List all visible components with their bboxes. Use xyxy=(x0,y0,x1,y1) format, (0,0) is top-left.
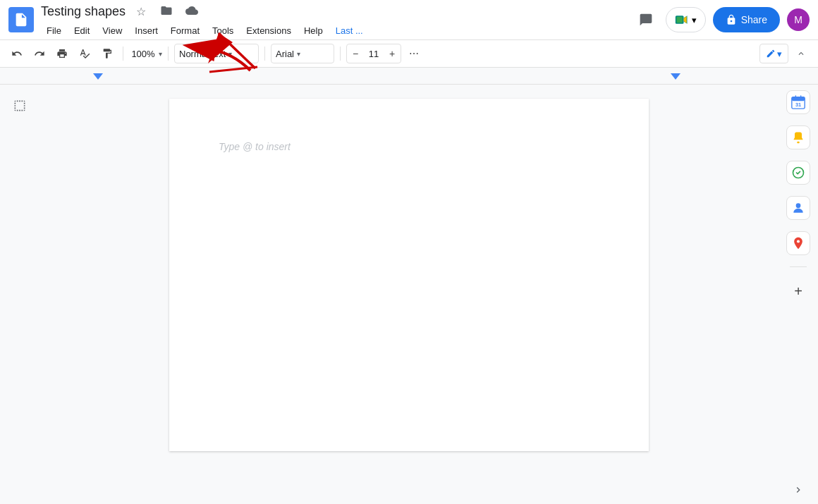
meet-chevron: ▾ xyxy=(692,15,697,25)
paintformat-icon xyxy=(102,48,113,59)
right-sidebar: 31 xyxy=(779,85,818,504)
sidebar-expand-button[interactable] xyxy=(790,481,807,498)
spellcheck-icon xyxy=(79,48,90,59)
collapse-toolbar-button[interactable] xyxy=(791,44,811,63)
print-button[interactable] xyxy=(52,44,72,63)
svg-point-12 xyxy=(796,203,801,208)
svg-rect-6 xyxy=(792,97,805,102)
user-avatar[interactable]: M xyxy=(787,8,810,31)
edit-icon xyxy=(766,49,776,59)
maps-icon xyxy=(791,236,805,250)
svg-rect-0 xyxy=(18,20,24,20)
folder-icon xyxy=(160,4,173,19)
font-selector[interactable]: Arial ▾ xyxy=(271,44,334,63)
font-size-decrease-button[interactable]: − xyxy=(347,44,364,63)
document-page[interactable]: Type @ to insert xyxy=(169,99,649,451)
outline-icon xyxy=(13,99,27,113)
contacts-sidebar-button[interactable] xyxy=(786,196,810,220)
more-options-button[interactable]: ⋯ xyxy=(404,44,424,63)
style-chevron: ▾ xyxy=(228,50,232,58)
keep-sidebar-button[interactable] xyxy=(786,125,810,149)
svg-rect-10 xyxy=(797,142,799,144)
calendar-sidebar-button[interactable]: 31 xyxy=(786,90,810,114)
svg-point-13 xyxy=(797,240,800,242)
menu-bar: File Edit View Insert Format Tools Exten… xyxy=(41,23,626,38)
star-button[interactable]: ☆ xyxy=(131,2,151,22)
menu-view[interactable]: View xyxy=(97,23,128,38)
docs-svg xyxy=(13,12,29,27)
meet-icon xyxy=(675,13,689,27)
toolbar: 100% ▾ Normal text ▾ Arial ▾ − 11 + ⋯ ▾ xyxy=(0,39,818,68)
menu-extensions[interactable]: Extensions xyxy=(240,23,297,38)
doc-title[interactable]: Testing shapes xyxy=(41,4,126,19)
separator-3 xyxy=(264,47,265,61)
edit-mode-button[interactable]: ▾ xyxy=(759,44,788,63)
tasks-sidebar-button[interactable] xyxy=(786,161,810,185)
font-size-value[interactable]: 11 xyxy=(365,49,382,59)
menu-insert[interactable]: Insert xyxy=(129,23,164,38)
svg-rect-1 xyxy=(18,22,24,23)
svg-text:31: 31 xyxy=(795,102,801,108)
zoom-section: 100% ▾ xyxy=(129,49,162,59)
style-selector[interactable]: Normal text ▾ xyxy=(174,44,259,63)
title-section: Testing shapes ☆ File Edit xyxy=(41,2,626,38)
right-margin-handle[interactable] xyxy=(671,73,680,80)
style-label: Normal text xyxy=(179,49,226,59)
spell-check-button[interactable] xyxy=(75,44,94,63)
svg-rect-2 xyxy=(18,24,22,25)
separator-1 xyxy=(123,47,123,61)
chevron-up-icon xyxy=(796,49,806,59)
menu-file[interactable]: File xyxy=(41,23,67,38)
left-margin-handle[interactable] xyxy=(93,73,103,80)
share-label: Share xyxy=(741,14,767,25)
lock-icon xyxy=(726,14,737,25)
meet-button[interactable]: ▾ xyxy=(666,7,706,32)
left-sidebar xyxy=(0,85,39,504)
chevron-right-icon xyxy=(793,484,804,496)
menu-edit[interactable]: Edit xyxy=(68,23,95,38)
title-row: Testing shapes ☆ xyxy=(41,2,626,22)
keep-icon xyxy=(791,130,805,145)
doc-area: Type @ to insert xyxy=(39,85,779,504)
calendar-icon: 31 xyxy=(790,94,806,110)
zoom-chevron: ▾ xyxy=(159,50,162,58)
add-sidebar-button[interactable]: + xyxy=(786,278,811,304)
top-right: ▾ Share M xyxy=(633,7,810,32)
paint-format-button[interactable] xyxy=(97,44,117,63)
star-icon: ☆ xyxy=(136,5,146,18)
undo-button[interactable] xyxy=(7,44,27,63)
font-size-increase-button[interactable]: + xyxy=(384,44,401,63)
ruler xyxy=(0,68,818,85)
top-bar: Testing shapes ☆ File Edit xyxy=(0,0,818,39)
font-size-section: − 11 + xyxy=(346,44,401,63)
move-to-folder-button[interactable] xyxy=(157,2,176,22)
title-icons: ☆ xyxy=(131,2,202,22)
cloud-icon xyxy=(185,4,198,20)
menu-last-edit[interactable]: Last ... xyxy=(330,23,369,38)
undo-icon xyxy=(11,48,23,59)
share-button[interactable]: Share xyxy=(713,7,780,32)
zoom-value[interactable]: 100% xyxy=(129,49,157,59)
outline-button[interactable] xyxy=(7,93,32,118)
redo-button[interactable] xyxy=(30,44,49,63)
contacts-icon xyxy=(791,201,805,215)
menu-format[interactable]: Format xyxy=(165,23,205,38)
main-content: Type @ to insert 31 xyxy=(0,85,818,504)
maps-sidebar-button[interactable] xyxy=(786,231,810,255)
edit-chevron: ▾ xyxy=(777,49,782,59)
document-placeholder: Type @ to insert xyxy=(219,141,599,152)
tasks-icon xyxy=(791,166,805,180)
menu-help[interactable]: Help xyxy=(298,23,329,38)
svg-rect-4 xyxy=(676,17,682,23)
redo-icon xyxy=(34,48,45,59)
menu-tools[interactable]: Tools xyxy=(207,23,239,38)
font-label: Arial xyxy=(276,49,294,59)
docs-icon xyxy=(8,7,34,32)
font-chevron: ▾ xyxy=(297,50,300,58)
sidebar-divider xyxy=(790,266,807,267)
separator-2 xyxy=(168,47,169,61)
more-options-icon: ⋯ xyxy=(409,48,419,59)
cloud-save-button[interactable] xyxy=(182,2,202,22)
comment-button[interactable] xyxy=(633,7,659,32)
print-icon xyxy=(56,48,68,59)
